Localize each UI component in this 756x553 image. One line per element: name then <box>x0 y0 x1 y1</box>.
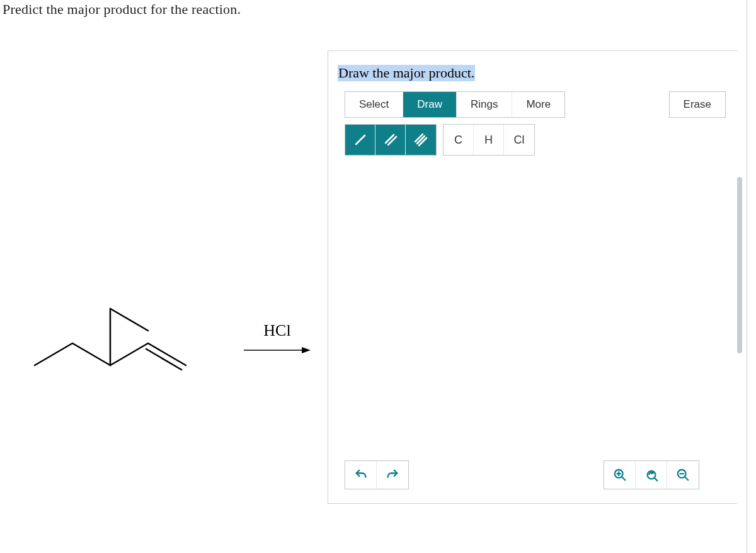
reaction-arrow-group: HCl <box>243 321 312 356</box>
reagent-label: HCl <box>243 321 312 340</box>
undo-button[interactable] <box>345 461 377 489</box>
svg-line-22 <box>685 477 689 481</box>
svg-line-3 <box>110 309 148 331</box>
reactant-panel: HCl <box>0 25 328 504</box>
tab-draw[interactable]: Draw <box>403 92 457 117</box>
svg-line-4 <box>110 343 148 365</box>
double-bond-button[interactable] <box>375 125 406 155</box>
tab-more[interactable]: More <box>512 92 564 117</box>
svg-line-12 <box>415 134 423 142</box>
bond-group <box>345 124 437 156</box>
svg-line-13 <box>417 136 425 144</box>
reactant-structure <box>32 277 195 384</box>
triple-bond-button[interactable] <box>406 125 436 155</box>
question-text: Predict the major product for the reacti… <box>3 1 241 18</box>
atom-c-button[interactable]: C <box>444 125 474 155</box>
svg-line-9 <box>356 135 365 144</box>
mode-toolbar: Select Draw Rings More <box>345 91 565 118</box>
tab-select[interactable]: Select <box>345 92 403 117</box>
history-toolbar <box>345 460 409 489</box>
structure-editor: Draw the major product. Select Draw Ring… <box>328 50 737 504</box>
zoom-out-icon <box>676 468 690 482</box>
scrollbar-thumb[interactable] <box>737 177 742 353</box>
redo-button[interactable] <box>377 461 408 489</box>
svg-line-11 <box>388 137 396 145</box>
undo-icon <box>354 468 368 482</box>
svg-line-14 <box>419 138 427 145</box>
atom-group: C H Cl <box>443 124 535 156</box>
tab-rings[interactable]: Rings <box>457 92 512 117</box>
svg-line-16 <box>621 477 625 481</box>
svg-line-10 <box>386 135 394 143</box>
zoom-reset-icon <box>644 468 658 482</box>
svg-line-20 <box>654 478 657 481</box>
svg-line-0 <box>35 343 72 365</box>
triple-bond-icon <box>413 132 428 147</box>
single-bond-icon <box>353 132 368 147</box>
atom-h-button[interactable]: H <box>474 125 504 155</box>
editor-instruction: Draw the major product. <box>338 65 475 81</box>
zoom-toolbar <box>604 460 699 489</box>
svg-line-1 <box>72 343 110 365</box>
atom-cl-button[interactable]: Cl <box>504 125 534 155</box>
zoom-out-button[interactable] <box>667 461 699 489</box>
tool-toolbar: C H Cl <box>345 124 535 156</box>
zoom-in-button[interactable] <box>604 461 636 489</box>
erase-toolbar: Erase <box>669 91 726 118</box>
single-bond-button[interactable] <box>345 125 375 155</box>
drawing-canvas[interactable] <box>336 164 730 447</box>
svg-marker-8 <box>302 347 311 353</box>
scrollbar[interactable] <box>737 177 742 366</box>
double-bond-icon <box>383 132 398 147</box>
reaction-arrow-icon <box>243 344 312 356</box>
erase-button[interactable]: Erase <box>670 92 725 117</box>
zoom-reset-button[interactable] <box>636 461 667 489</box>
redo-icon <box>386 468 399 482</box>
zoom-in-icon <box>613 468 627 482</box>
